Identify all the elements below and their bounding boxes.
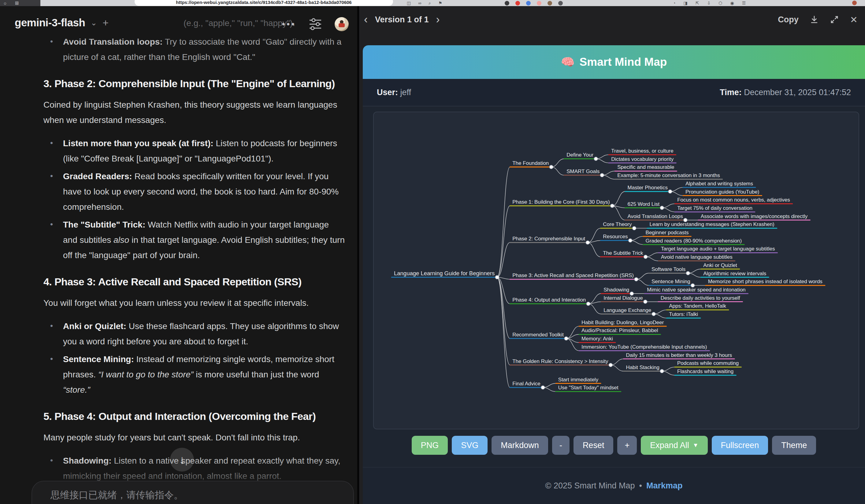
markdown-button[interactable]: Markdown bbox=[492, 436, 548, 455]
mindmap-node-label[interactable]: The Subtitle Trick bbox=[603, 250, 643, 256]
mindmap-node-label[interactable]: Phase 1: Building the Core (First 30 Day… bbox=[512, 199, 610, 205]
mindmap-node-label[interactable]: Travel, business, or culture bbox=[611, 148, 673, 154]
png-button[interactable]: PNG bbox=[412, 436, 448, 455]
chat-input[interactable] bbox=[50, 489, 326, 501]
mindmap-node-label[interactable]: Master Phonetics bbox=[628, 185, 668, 190]
mindmap-node-label[interactable]: Immersion: YouTube (Comprehensible Input… bbox=[581, 344, 707, 350]
panels-icon[interactable]: ◨ bbox=[683, 1, 687, 5]
mindmap-node-label[interactable]: Associate words with images/concepts dir… bbox=[701, 213, 808, 219]
link-icon[interactable]: ∞ bbox=[418, 1, 421, 5]
previous-version-icon[interactable]: ‹ bbox=[364, 14, 368, 25]
mindmap-canvas[interactable]: Language Learning Guide for BeginnersThe… bbox=[373, 112, 859, 430]
mindmap-node-label[interactable]: Daily 15 minutes is better than weekly 3… bbox=[626, 352, 732, 358]
mindmap-node-label[interactable]: Language Exchange bbox=[603, 307, 651, 313]
reset-button[interactable]: Reset bbox=[574, 436, 614, 455]
mindmap-node-label[interactable]: Dictates vocabulary priority bbox=[611, 156, 674, 162]
mindmap-node-label[interactable]: Audio/Practical: Pimsleur, Babbel bbox=[581, 328, 658, 333]
pink-extension-icon[interactable] bbox=[537, 1, 541, 5]
downloads-icon[interactable]: ⇩ bbox=[707, 1, 711, 5]
mindmap-node-label[interactable]: Internal Dialogue bbox=[603, 295, 643, 301]
mindmap-node-label[interactable]: Avoid native language subtitles bbox=[661, 254, 733, 260]
blue-extension-icon[interactable] bbox=[526, 1, 531, 5]
mindmap-node-label[interactable]: Recommended Toolkit bbox=[512, 332, 564, 338]
panel-divider[interactable] bbox=[357, 6, 359, 504]
search-icon[interactable]: ⌕ bbox=[428, 1, 431, 6]
chevron-down-icon[interactable]: ⌄ bbox=[91, 18, 97, 27]
mindmap-node-label[interactable]: Pronunciation guides (YouTube) bbox=[685, 189, 760, 195]
mindmap-node-label[interactable]: Final Advice bbox=[512, 381, 541, 387]
mindmap-node-label[interactable]: Apps: Tandem, HelloTalk bbox=[669, 303, 726, 309]
mindmap-node-label[interactable]: The Foundation bbox=[512, 160, 549, 166]
dark-extension-icon[interactable] bbox=[558, 1, 563, 5]
mindmap-node-label[interactable]: Anki or Quizlet bbox=[703, 262, 737, 268]
mindmap-node-label[interactable]: Target language audio + target language … bbox=[661, 246, 775, 252]
bookmark-icon[interactable]: ⚑ bbox=[438, 1, 442, 5]
mindmap-node-label[interactable]: Graded readers (80-90% comprehension) bbox=[646, 238, 742, 244]
address-bar[interactable]: https://open-webui.yangtzcaldata.site/c/… bbox=[135, 0, 393, 6]
expand-all-button[interactable]: Expand All▼ bbox=[641, 436, 707, 455]
menu-icon[interactable]: ☰ bbox=[742, 1, 746, 5]
mindmap-node-label[interactable]: SMART Goals bbox=[566, 168, 600, 174]
profile-icon[interactable]: ◉ bbox=[730, 1, 734, 5]
mindmap-node-label[interactable]: Learn by understanding messages (Stephen… bbox=[649, 221, 774, 227]
mindmap-node-label[interactable]: Example: 5-minute conversation in 3 mont… bbox=[617, 173, 720, 178]
mindmap-node-label[interactable]: Phase 3: Active Recall and Spaced Repeti… bbox=[512, 272, 634, 278]
brown-extension-icon[interactable] bbox=[547, 1, 552, 5]
close-icon[interactable]: ✕ bbox=[850, 14, 858, 25]
mindmap-node-label[interactable]: Describe daily activities to yourself bbox=[661, 295, 740, 301]
mindmap-node-label[interactable]: Language Learning Guide for Beginners bbox=[394, 270, 495, 277]
zoom-out-button[interactable]: - bbox=[552, 436, 569, 455]
mindmap-node-label[interactable]: 625 Word List bbox=[628, 201, 660, 207]
mindmap-node-label[interactable]: Target 75% of daily conversation bbox=[677, 205, 752, 211]
mindmap-node-label[interactable]: Beginner podcasts bbox=[646, 230, 689, 235]
reload-icon[interactable]: ○ bbox=[4, 1, 7, 6]
svg-button[interactable]: SVG bbox=[452, 436, 487, 455]
download-icon[interactable] bbox=[810, 15, 819, 24]
user-avatar[interactable] bbox=[335, 17, 349, 31]
mindmap-node-label[interactable]: Memorize short phrases instead of isolat… bbox=[708, 279, 822, 284]
scroll-to-bottom-button[interactable]: ↓ bbox=[170, 448, 194, 472]
mindmap-node-label[interactable]: Define Your bbox=[566, 152, 593, 158]
mindmap-node-label[interactable]: Phase 4: Output and Interaction bbox=[512, 297, 586, 303]
fullscreen-button[interactable]: Fullscreen bbox=[712, 436, 768, 455]
more-options-icon[interactable]: ••• bbox=[282, 19, 296, 30]
mindmap-node-label[interactable]: Core Theory bbox=[603, 221, 632, 227]
copy-button[interactable]: Copy bbox=[778, 15, 799, 24]
mindmap-node-label[interactable]: Algorithmic review intervals bbox=[703, 271, 766, 277]
cast-icon[interactable]: ⇱ bbox=[695, 1, 699, 5]
chat-input-container[interactable] bbox=[32, 481, 354, 504]
mindmap-node-label[interactable]: Start immediately bbox=[558, 377, 599, 383]
mindmap-node-label[interactable]: Flashcards while waiting bbox=[677, 368, 734, 374]
mindmap-node-label[interactable]: Alphabet and writing systems bbox=[685, 181, 753, 187]
extensions-icon[interactable]: ⬡ bbox=[718, 1, 722, 5]
browser-last-icon[interactable] bbox=[852, 1, 857, 7]
mindmap-node-label[interactable]: Use "Start Today" mindset bbox=[558, 385, 619, 390]
chat-controls-icon[interactable] bbox=[308, 18, 322, 31]
mindmap-node-label[interactable]: Habit Stacking bbox=[626, 365, 659, 370]
red-extension-icon[interactable] bbox=[515, 1, 520, 5]
new-chat-icon[interactable]: + bbox=[103, 17, 108, 29]
fullscreen-icon[interactable] bbox=[830, 15, 839, 24]
mindmap-node-label[interactable]: Habit Building: Duolingo, LingoDeer bbox=[581, 319, 664, 325]
split-view-icon[interactable]: ◫ bbox=[407, 1, 411, 5]
mask-extension-icon[interactable] bbox=[505, 1, 509, 5]
model-selector[interactable]: gemini-3-flash ⌄ + bbox=[15, 16, 108, 29]
mindmap-node-label[interactable]: Resources bbox=[603, 234, 628, 239]
mindmap-node-label[interactable]: Tutors: iTalki bbox=[669, 311, 698, 317]
mindmap-node-label[interactable]: Software Tools bbox=[651, 266, 685, 272]
mindmap-node-label[interactable]: Phase 2: Comprehensible Input bbox=[512, 236, 585, 242]
theme-button[interactable]: Theme bbox=[772, 436, 816, 455]
mindmap-node-label[interactable]: Focus on most common nouns, verbs, adjec… bbox=[677, 197, 790, 203]
markmap-link[interactable]: Markmap bbox=[646, 481, 683, 491]
notifications-icon[interactable]: ◔ bbox=[673, 1, 676, 5]
next-version-icon[interactable]: › bbox=[436, 14, 440, 25]
mindmap-node-label[interactable]: Memory: Anki bbox=[581, 336, 613, 342]
mindmap-node-label[interactable]: Mimic native speaker speed and intonatio… bbox=[647, 287, 746, 293]
mindmap-node-label[interactable]: Podcasts while commuting bbox=[677, 360, 739, 366]
mindmap-node-label[interactable]: Sentence Mining bbox=[651, 279, 690, 284]
zoom-in-button[interactable]: + bbox=[617, 436, 637, 455]
model-name[interactable]: gemini-3-flash bbox=[15, 16, 85, 29]
tab-grid-icon[interactable]: ⊞ bbox=[15, 0, 19, 6]
mindmap-node-label[interactable]: The Golden Rule: Consistency > Intensity bbox=[512, 359, 608, 364]
extension-icon[interactable] bbox=[852, 1, 857, 5]
